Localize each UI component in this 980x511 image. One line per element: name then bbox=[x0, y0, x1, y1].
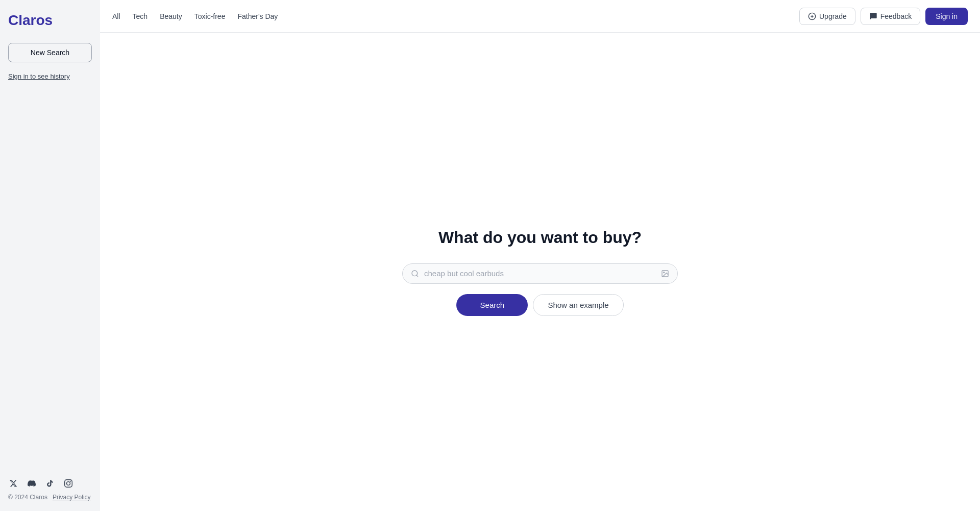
copyright: © 2024 Claros bbox=[8, 494, 47, 501]
action-buttons: Search Show an example bbox=[456, 294, 623, 316]
sidebar: Claros New Search Sign in to see history bbox=[0, 0, 100, 511]
sign-in-history-link[interactable]: Sign in to see history bbox=[8, 72, 92, 80]
search-input[interactable] bbox=[424, 269, 656, 278]
sidebar-footer: © 2024 Claros Privacy Policy bbox=[8, 478, 92, 501]
discord-icon[interactable] bbox=[27, 478, 37, 489]
main-area: AllTechBeautyToxic-freeFather's Day Upgr… bbox=[100, 0, 980, 511]
search-container bbox=[402, 263, 678, 284]
show-example-button[interactable]: Show an example bbox=[533, 294, 623, 316]
svg-line-4 bbox=[416, 275, 418, 277]
new-search-button[interactable]: New Search bbox=[8, 43, 92, 62]
nav-tech[interactable]: Tech bbox=[133, 10, 148, 22]
feedback-icon bbox=[869, 12, 877, 20]
nav-fathers-day[interactable]: Father's Day bbox=[237, 10, 278, 22]
social-icons bbox=[8, 478, 92, 489]
svg-point-3 bbox=[412, 271, 418, 276]
tiktok-icon[interactable] bbox=[45, 478, 55, 489]
upgrade-icon bbox=[808, 12, 816, 20]
upgrade-label: Upgrade bbox=[819, 12, 847, 20]
top-nav: AllTechBeautyToxic-freeFather's Day Upgr… bbox=[100, 0, 980, 33]
nav-toxic-free[interactable]: Toxic-free bbox=[194, 10, 226, 22]
footer-text: © 2024 Claros Privacy Policy bbox=[8, 494, 92, 501]
twitter-icon[interactable] bbox=[8, 478, 18, 489]
nav-actions: Upgrade Feedback Sign in bbox=[799, 8, 968, 25]
signin-button[interactable]: Sign in bbox=[925, 8, 968, 25]
nav-links: AllTechBeautyToxic-freeFather's Day bbox=[112, 10, 799, 22]
svg-point-6 bbox=[664, 272, 665, 273]
feedback-label: Feedback bbox=[880, 12, 912, 20]
image-search-icon[interactable] bbox=[661, 269, 669, 278]
nav-beauty[interactable]: Beauty bbox=[160, 10, 182, 22]
upgrade-button[interactable]: Upgrade bbox=[799, 8, 855, 25]
privacy-link[interactable]: Privacy Policy bbox=[53, 494, 91, 501]
content-area: What do you want to buy? bbox=[100, 33, 980, 511]
nav-all[interactable]: All bbox=[112, 10, 120, 22]
search-input-wrapper bbox=[402, 263, 678, 284]
logo: Claros bbox=[8, 8, 92, 33]
search-icon bbox=[411, 269, 419, 278]
instagram-icon[interactable] bbox=[63, 478, 74, 489]
main-heading: What do you want to buy? bbox=[438, 228, 642, 247]
search-button[interactable]: Search bbox=[456, 294, 528, 316]
feedback-button[interactable]: Feedback bbox=[861, 8, 920, 25]
